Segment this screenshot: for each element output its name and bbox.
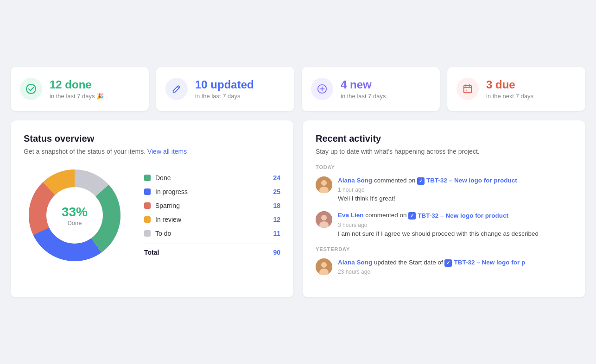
todo-dot [144,230,151,237]
status-overview-subtitle: Get a snapshot of the status of your ite… [24,148,280,155]
stat-card-done: 12 done in the last 7 days 🎉 [11,67,149,111]
yesterday-section: YESTERDAY Alana Song updated the Sta [316,246,572,277]
legend-done: Done 24 [144,174,280,182]
due-text: 3 due in the next 7 days [486,78,533,100]
svg-rect-2 [464,85,472,93]
activity-meta-2: Eva Lien commented on ✓ TBT-32 – New log… [338,211,539,220]
inreview-dot [144,216,151,223]
todo-legend-count: 11 [273,230,280,237]
donut-chart: 33% Done [24,164,126,266]
activity-body-1: Alana Song commented on ✓ TBT-32 – New l… [338,176,517,202]
due-number: 3 due [486,78,533,92]
total-count: 90 [273,249,280,256]
new-sub: in the last 7 days [341,93,386,100]
task-badge-1[interactable]: ✓ TBT-32 – New logo for product [417,176,517,185]
yesterday-label: YESTERDAY [316,246,572,252]
stats-row: 12 done in the last 7 days 🎉 10 updated … [11,67,585,111]
status-overview-title: Status overview [24,133,280,144]
sparring-legend-count: 18 [273,202,280,209]
task-ref-3: TBT-32 – New logo for p [454,258,525,267]
done-legend-name: Done [155,174,273,182]
activity-time-1: 1 hour ago [338,187,517,193]
activity-title: Recent activity [316,133,572,144]
due-icon [457,78,479,100]
avatar-eva [316,211,332,228]
stat-card-due: 3 due in the next 7 days [447,67,585,111]
sparring-legend-name: Sparring [155,202,273,209]
task-badge-2[interactable]: ✓ TBT-32 – New logo for product [408,212,508,220]
donut-label: Done [62,219,88,226]
done-legend-count: 24 [273,174,280,182]
task-icon-1: ✓ [417,177,425,185]
legend-sparring: Sparring 18 [144,202,280,209]
donut-percent: 33% [62,204,88,219]
activity-body-2: Eva Lien commented on ✓ TBT-32 – New log… [338,211,539,237]
activity-action-1: commented on [374,177,417,184]
new-text: 4 new in the last 7 days [341,78,386,100]
svg-point-16 [321,262,327,268]
avatar-alana1 [316,176,332,193]
stat-card-updated: 10 updated in the last 7 days [156,67,294,111]
todo-legend-name: To do [155,230,273,237]
activity-meta-1: Alana Song commented on ✓ TBT-32 – New l… [338,176,517,185]
new-number: 4 new [341,78,386,92]
dashboard-container: 12 done in the last 7 days 🎉 10 updated … [11,67,585,297]
new-icon [311,78,333,100]
sparring-dot [144,202,151,209]
activity-item-3: Alana Song updated the Start date of ✓ T… [316,258,572,277]
recent-activity-panel: Recent activity Stay up to date with wha… [303,120,585,297]
inreview-legend-name: In review [155,216,273,223]
subtitle-text: Get a snapshot of the status of your ite… [24,148,147,155]
legend: Done 24 In progress 25 Sparring 18 [144,174,280,256]
activity-user-1: Alana Song [338,177,372,184]
svg-point-0 [26,84,36,94]
activity-meta-3: Alana Song updated the Start date of ✓ T… [338,258,525,267]
activity-action-2: commented on [365,212,408,219]
legend-inreview: In review 12 [144,216,280,223]
inprogress-legend-count: 25 [273,188,280,195]
activity-time-2: 3 hours ago [338,222,539,228]
done-text: 12 done in the last 7 days 🎉 [50,78,104,100]
done-number: 12 done [50,78,104,92]
updated-number: 10 updated [195,78,254,92]
task-badge-3[interactable]: ✓ TBT-32 – New logo for p [444,258,525,267]
chart-area: 33% Done Done 24 In progress 25 [24,164,280,266]
activity-comment-2: I am not sure if I agree we should proce… [338,230,539,237]
activity-subtitle: Stay up to date with what's happening ac… [316,148,572,155]
activity-action-3: updated the Start date of [374,259,444,266]
legend-inprogress: In progress 25 [144,188,280,195]
donut-center: 33% Done [62,204,88,226]
svg-point-10 [321,180,327,186]
task-ref-2: TBT-32 – New logo for product [418,212,508,220]
done-icon [20,78,42,100]
today-label: TODAY [316,164,572,170]
activity-user-2: Eva Lien [338,212,364,219]
activity-item-1: Alana Song commented on ✓ TBT-32 – New l… [316,176,572,202]
done-dot [144,175,151,181]
status-overview-panel: Status overview Get a snapshot of the st… [11,120,293,297]
updated-sub: in the last 7 days [195,93,254,100]
updated-text: 10 updated in the last 7 days [195,78,254,100]
legend-total: Total 90 [144,244,280,256]
due-sub: in the next 7 days [486,93,533,100]
done-sub: in the last 7 days 🎉 [50,93,104,100]
activity-body-3: Alana Song updated the Start date of ✓ T… [338,258,525,277]
updated-icon [165,78,188,100]
svg-point-13 [321,215,327,220]
panels-row: Status overview Get a snapshot of the st… [11,120,585,297]
inreview-legend-count: 12 [273,216,280,223]
task-icon-3: ✓ [444,259,452,267]
stat-card-new: 4 new in the last 7 days [302,67,440,111]
inprogress-legend-name: In progress [155,188,273,195]
avatar-alana2 [316,258,332,275]
task-ref-1: TBT-32 – New logo for product [426,176,517,185]
legend-todo: To do 11 [144,230,280,237]
inprogress-dot [144,188,151,195]
task-icon-2: ✓ [408,212,416,220]
activity-time-3: 23 hours ago [338,269,525,275]
activity-item-2: Eva Lien commented on ✓ TBT-32 – New log… [316,211,572,237]
view-all-link[interactable]: View all items [147,148,187,155]
total-label: Total [144,249,273,256]
activity-comment-1: Well I think it's great! [338,195,517,202]
activity-user-3: Alana Song [338,259,372,266]
